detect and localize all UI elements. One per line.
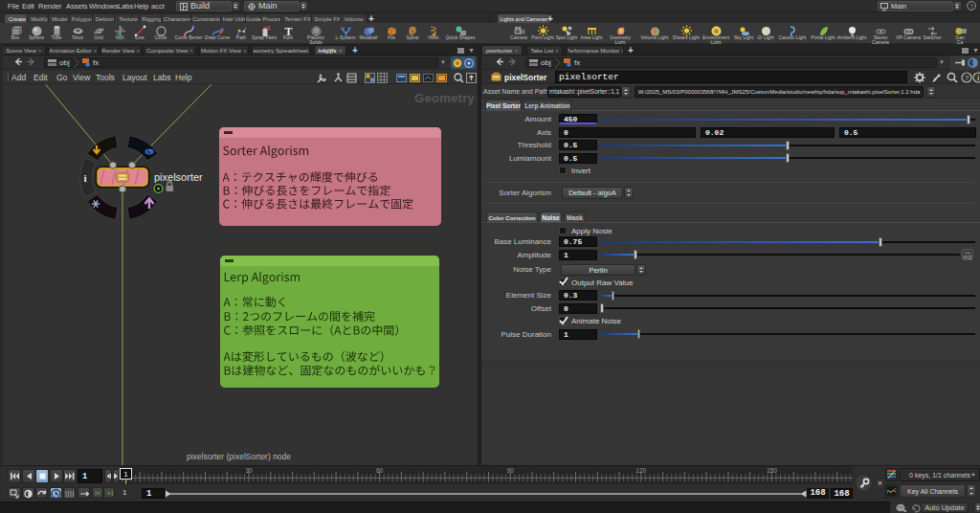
- svg-text:60: 60: [376, 467, 384, 474]
- svg-text:1: 1: [123, 470, 128, 479]
- svg-text:120: 120: [635, 467, 646, 474]
- svg-text:?: ?: [965, 74, 969, 82]
- svg-text:?: ?: [969, 3, 973, 10]
- svg-text:150: 150: [767, 467, 777, 474]
- svg-text:90: 90: [507, 467, 515, 474]
- svg-text:i: i: [83, 172, 86, 184]
- svg-text:30: 30: [245, 467, 253, 474]
- svg-text:i: i: [977, 74, 980, 82]
